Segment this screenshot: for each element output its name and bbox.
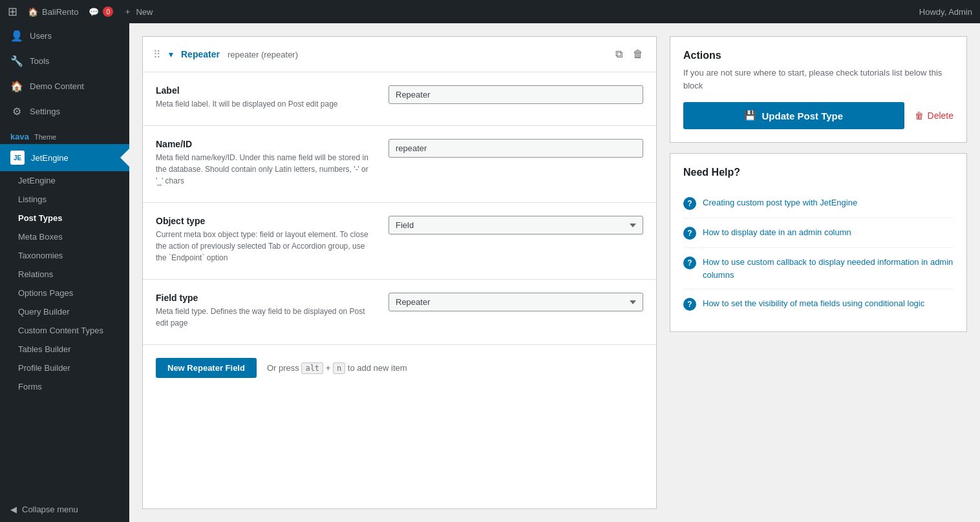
field-editor-panel: ⠿ ▾ Repeater repeater (repeater) ⧉ 🗑 Lab…	[142, 36, 657, 509]
actions-description: If you are not sure where to start, plea…	[683, 67, 953, 92]
help-item-1[interactable]: ? Creating custom post type with JetEngi…	[683, 189, 953, 218]
plus-icon: ＋	[123, 6, 132, 17]
sidebar-item-tools[interactable]: 🔧 Tools	[0, 48, 129, 74]
comments-link[interactable]: 💬 0	[89, 6, 113, 17]
shortcut-key-n: n	[333, 362, 345, 374]
help-block: Need Help? ? Creating custom post type w…	[670, 153, 967, 332]
help-link-2[interactable]: How to display date in an admin column	[703, 226, 851, 239]
sidebar-item-meta-boxes[interactable]: Meta Boxes	[0, 227, 129, 246]
help-link-3[interactable]: How to use custom callback to display ne…	[703, 256, 953, 281]
sidebar-item-demo-content[interactable]: 🏠 Demo Content	[0, 74, 129, 99]
help-icon-4: ?	[683, 298, 696, 311]
object-type-select[interactable]: Field Layout	[389, 216, 643, 235]
top-bar: ⊞ 🏠 BaliRento 💬 0 ＋ New Howdy, Admin	[0, 0, 980, 23]
delete-field-button[interactable]: 🗑	[630, 46, 646, 63]
site-name[interactable]: 🏠 BaliRento	[28, 7, 78, 17]
label-input-col	[389, 85, 643, 104]
sidebar-item-settings[interactable]: ⚙ Settings	[0, 99, 129, 124]
help-link-1[interactable]: Creating custom post type with JetEngine	[703, 196, 857, 209]
field-type-input-col: Repeater Text Textarea Select Radio Chec…	[389, 293, 643, 311]
sidebar-item-listings[interactable]: Listings	[0, 190, 129, 209]
help-item-2[interactable]: ? How to display date in an admin column	[683, 218, 953, 248]
field-type-desc-text: Meta field type. Defines the way field t…	[156, 306, 376, 329]
sidebar-item-jetengine-main[interactable]: JE JetEngine	[0, 144, 129, 171]
wp-logo[interactable]: ⊞	[8, 5, 17, 19]
sidebar-item-relations[interactable]: Relations	[0, 265, 129, 284]
sidebar-item-custom-content-types[interactable]: Custom Content Types	[0, 321, 129, 340]
field-actions: ⧉ 🗑	[613, 46, 646, 63]
label-row: Label Meta field label. It will be displ…	[156, 85, 643, 110]
name-id-row: Name/ID Meta field name/key/ID. Under th…	[156, 139, 643, 187]
actions-buttons: 💾 Update Post Type 🗑 Delete	[683, 102, 953, 129]
duplicate-button[interactable]: ⧉	[613, 46, 625, 63]
home-icon: 🏠	[28, 7, 38, 17]
field-type-section: Field type Meta field type. Defines the …	[143, 280, 656, 345]
label-heading: Label	[156, 85, 376, 96]
shortcut-key-alt: alt	[301, 362, 323, 374]
help-item-3[interactable]: ? How to use custom callback to display …	[683, 248, 953, 289]
help-title: Need Help?	[683, 167, 953, 178]
help-icon-1: ?	[683, 197, 696, 210]
active-arrow	[120, 149, 129, 167]
users-icon: 👤	[10, 30, 23, 42]
kava-theme-label: kava Theme	[0, 124, 129, 144]
sidebar-item-jetengine[interactable]: JetEngine	[0, 171, 129, 190]
footer-bar: New Repeater Field Or press alt + n to a…	[143, 345, 656, 391]
label-input[interactable]	[389, 85, 643, 104]
new-repeater-field-button[interactable]: New Repeater Field	[156, 358, 257, 378]
actions-block: Actions If you are not sure where to sta…	[670, 36, 967, 143]
sidebar-item-users[interactable]: 👤 Users	[0, 23, 129, 48]
name-id-input-col	[389, 139, 643, 158]
help-item-4[interactable]: ? How to set the visibility of meta fiel…	[683, 289, 953, 318]
name-id-heading: Name/ID	[156, 139, 376, 149]
sidebar-item-taxonomies[interactable]: Taxonomies	[0, 246, 129, 265]
name-id-section: Name/ID Meta field name/key/ID. Under th…	[143, 126, 656, 203]
name-id-description: Name/ID Meta field name/key/ID. Under th…	[156, 139, 376, 187]
object-type-input-col: Field Layout	[389, 216, 643, 235]
update-post-type-button[interactable]: 💾 Update Post Type	[683, 102, 904, 129]
save-icon: 💾	[744, 110, 756, 121]
sidebar-item-tables-builder[interactable]: Tables Builder	[0, 340, 129, 359]
label-desc-text: Meta field label. It will be displayed o…	[156, 98, 376, 110]
settings-icon: ⚙	[10, 105, 23, 118]
comment-count: 0	[103, 6, 113, 17]
demo-icon: 🏠	[10, 80, 23, 92]
main-content: ⠿ ▾ Repeater repeater (repeater) ⧉ 🗑 Lab…	[129, 23, 980, 522]
field-header: ⠿ ▾ Repeater repeater (repeater) ⧉ 🗑	[143, 37, 656, 72]
sidebar: 👤 Users 🔧 Tools 🏠 Demo Content ⚙ Setting…	[0, 23, 129, 522]
chevron-down-icon[interactable]: ▾	[169, 49, 173, 59]
object-type-desc-text: Current meta box object type: field or l…	[156, 229, 376, 264]
sidebar-item-post-types[interactable]: Post Types	[0, 209, 129, 227]
actions-title: Actions	[683, 50, 953, 61]
drag-handle-icon[interactable]: ⠿	[153, 48, 161, 61]
new-content-button[interactable]: ＋ New	[123, 6, 153, 17]
sidebar-item-forms[interactable]: Forms	[0, 377, 129, 396]
field-type-heading: Field type	[156, 293, 376, 303]
field-type-select[interactable]: Repeater Text Textarea Select Radio Chec…	[389, 293, 643, 311]
object-type-section: Object type Current meta box object type…	[143, 203, 656, 280]
label-section: Label Meta field label. It will be displ…	[143, 72, 656, 126]
help-icon-3: ?	[683, 256, 696, 269]
name-id-input[interactable]	[389, 139, 643, 158]
right-panel: Actions If you are not sure where to sta…	[670, 36, 967, 509]
help-icon-2: ?	[683, 227, 696, 240]
sidebar-item-profile-builder[interactable]: Profile Builder	[0, 359, 129, 377]
sidebar-item-query-builder[interactable]: Query Builder	[0, 302, 129, 321]
comment-icon: 💬	[89, 7, 99, 17]
collapse-icon: ◀	[10, 505, 17, 514]
field-subtitle: repeater (repeater)	[228, 50, 298, 59]
collapse-menu-button[interactable]: ◀ Collapse menu	[0, 497, 129, 522]
object-type-heading: Object type	[156, 216, 376, 226]
field-type-description: Field type Meta field type. Defines the …	[156, 293, 376, 329]
field-type-row: Field type Meta field type. Defines the …	[156, 293, 643, 329]
shortcut-hint: Or press alt + n to add new item	[267, 363, 407, 373]
jetengine-icon: JE	[10, 151, 25, 165]
sidebar-item-options-pages[interactable]: Options Pages	[0, 284, 129, 302]
tools-icon: 🔧	[10, 55, 23, 67]
delete-post-type-button[interactable]: 🗑 Delete	[915, 110, 953, 121]
name-id-desc-text: Meta field name/key/ID. Under this name …	[156, 152, 376, 187]
help-link-4[interactable]: How to set the visibility of meta fields…	[703, 297, 924, 310]
user-greeting[interactable]: Howdy, Admin	[919, 7, 972, 17]
label-description: Label Meta field label. It will be displ…	[156, 85, 376, 110]
field-name: Repeater	[181, 49, 220, 59]
